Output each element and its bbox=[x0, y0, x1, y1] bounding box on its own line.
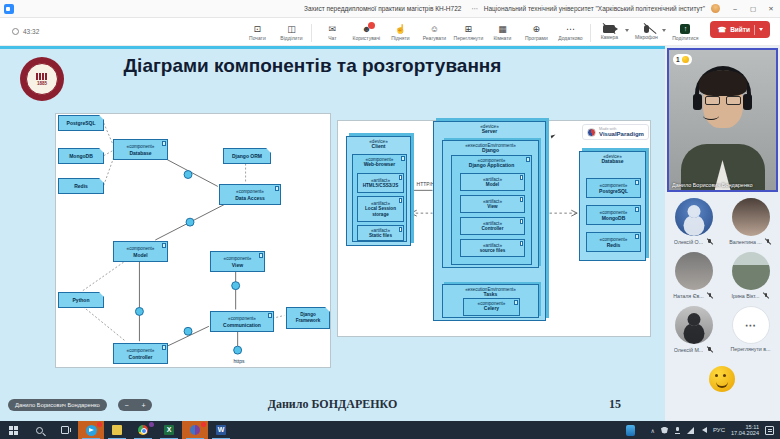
participant-tile[interactable]: Наталя Єв... bbox=[665, 250, 722, 304]
account-name: Національний технічний університет "Харк… bbox=[484, 5, 705, 12]
chat-icon: ✉ bbox=[329, 24, 337, 34]
leave-chevron-icon[interactable] bbox=[759, 28, 763, 31]
apps-plus-icon: ⊕ bbox=[533, 24, 541, 34]
mic-muted-icon bbox=[705, 346, 713, 354]
rooms-icon: ▦ bbox=[498, 24, 507, 34]
notification-dot bbox=[97, 422, 102, 427]
maximize-button[interactable]: ▢ bbox=[744, 0, 762, 17]
notification-dot bbox=[149, 422, 154, 427]
device-client: «device» Client «component» Web-browser … bbox=[346, 136, 411, 246]
close-button[interactable]: ✕ bbox=[762, 0, 780, 17]
sticky-notes-icon bbox=[112, 425, 122, 435]
taskbar-sticky-notes[interactable] bbox=[104, 421, 130, 439]
participant-avatar bbox=[732, 198, 770, 236]
mic-muted-icon bbox=[762, 292, 770, 300]
excel-icon: X bbox=[164, 425, 174, 435]
participant-tile[interactable]: Валентина ... bbox=[722, 196, 779, 250]
taskbar-word[interactable]: W bbox=[208, 421, 234, 439]
network-icon[interactable] bbox=[687, 427, 694, 434]
participants-button[interactable]: ☻ Користувачі bbox=[349, 21, 383, 41]
security-shield-icon[interactable] bbox=[661, 427, 668, 434]
artifact-icon bbox=[399, 227, 403, 232]
detach-button[interactable]: ◫ Відділити bbox=[274, 21, 308, 41]
action-center-icon[interactable] bbox=[765, 426, 774, 435]
task-view-button[interactable] bbox=[52, 421, 78, 439]
artifact-icon bbox=[399, 198, 403, 203]
clock-date: 17.04.2024 bbox=[731, 430, 759, 437]
titlebar-more-icon[interactable]: ⋯ bbox=[471, 5, 478, 13]
titlebar: Захист переддипломної практики магістрів… bbox=[0, 0, 780, 18]
account-avatar[interactable] bbox=[711, 4, 720, 13]
component-controller: «component» Controller bbox=[113, 343, 168, 364]
volume-icon[interactable] bbox=[702, 427, 707, 433]
start-button[interactable] bbox=[0, 421, 26, 439]
participant-tile[interactable]: Олексій М... bbox=[665, 304, 722, 358]
floating-reaction-emoji bbox=[709, 366, 735, 392]
tray-app-icon[interactable] bbox=[626, 425, 635, 436]
zoom-out-button[interactable]: − bbox=[124, 402, 128, 409]
word-icon: W bbox=[216, 425, 226, 435]
participant-tile[interactable]: Ірина Вікт... bbox=[722, 250, 779, 304]
view-button[interactable]: ⊞ Переглянути bbox=[451, 21, 485, 41]
presenter-name-pill: Данило Борисович Бондаренко bbox=[8, 399, 107, 411]
microphone-chevron-icon[interactable] bbox=[662, 29, 666, 32]
taskbar-notification-app[interactable] bbox=[182, 421, 208, 439]
component-icon bbox=[162, 141, 166, 146]
share-button[interactable]: ↑ Поділитися bbox=[668, 21, 702, 41]
view-more-participants[interactable]: ⋯ Переглянути в... bbox=[722, 304, 779, 358]
language-indicator[interactable]: РУС bbox=[713, 427, 725, 433]
breakout-rooms-button[interactable]: ▦ Кімнати bbox=[485, 21, 519, 41]
start-button[interactable]: ⊡ Почати bbox=[240, 21, 274, 41]
meeting-toolbar: 43:32 ⊡ Почати ◫ Відділити ✉ Чат ☻ Корис… bbox=[0, 18, 780, 46]
component-web-browser: «component» Web-browser «artifact» HTML5… bbox=[352, 154, 407, 242]
raise-hand-button[interactable]: ☝ Підняти bbox=[383, 21, 417, 41]
artifact-icon bbox=[520, 241, 524, 246]
component-model: «component» Model bbox=[113, 241, 168, 262]
react-button[interactable]: ☺ Реагувати bbox=[417, 21, 451, 41]
microphone-button[interactable]: Мікрофон bbox=[631, 21, 661, 41]
search-icon bbox=[36, 427, 43, 434]
camera-chevron-icon[interactable] bbox=[625, 29, 629, 32]
toolbar-divider bbox=[590, 24, 591, 42]
reaction-smiley-icon: ☺ bbox=[430, 24, 439, 34]
more-button[interactable]: ⋯ Додатково bbox=[553, 21, 587, 41]
leave-divider bbox=[754, 25, 755, 35]
camera-button[interactable]: Камера bbox=[594, 21, 624, 41]
university-logo: 1885 bbox=[20, 57, 64, 101]
artifact-icon bbox=[520, 197, 524, 202]
system-tray: ∧ РУС 15:11 17.04.2024 bbox=[626, 424, 780, 437]
timer-value: 43:32 bbox=[23, 28, 39, 35]
camera-muted-icon bbox=[603, 25, 615, 33]
artifact-html-css-js: «artifact» HTML5/CSS3/JS bbox=[357, 173, 404, 193]
component-data-access: «component» Data Access bbox=[219, 184, 281, 205]
leave-button[interactable]: ☎ Вийти bbox=[710, 21, 770, 38]
component-icon bbox=[275, 186, 279, 191]
note-redis: Redis bbox=[58, 178, 104, 194]
active-speaker-video[interactable]: 1 Данило Борисович Бондаренко bbox=[667, 48, 778, 192]
participant-tile[interactable]: Олексій О... bbox=[665, 196, 722, 250]
tray-microphone-icon[interactable] bbox=[674, 427, 681, 434]
component-icon bbox=[635, 207, 639, 212]
taskbar-clock[interactable]: 15:11 17.04.2024 bbox=[731, 424, 759, 437]
component-icon bbox=[635, 234, 639, 239]
taskbar-search-button[interactable] bbox=[26, 421, 52, 439]
main-area: 1885 Діаграми компонентів та розгортуван… bbox=[0, 46, 780, 421]
slide-page-number: 15 bbox=[609, 397, 621, 412]
component-icon bbox=[162, 243, 166, 248]
artifact-controller: «artifact» Controller bbox=[460, 217, 525, 235]
zoom-in-button[interactable]: + bbox=[141, 402, 145, 409]
taskbar-telegram[interactable] bbox=[78, 421, 104, 439]
chat-button[interactable]: ✉ Чат bbox=[315, 21, 349, 41]
taskbar-chrome[interactable] bbox=[130, 421, 156, 439]
artifact-model: «artifact» Model bbox=[460, 173, 525, 191]
minimize-button[interactable]: – bbox=[726, 0, 744, 17]
taskbar-excel[interactable]: X bbox=[156, 421, 182, 439]
apps-button[interactable]: ⊕ Програми bbox=[519, 21, 553, 41]
more-participants-icon[interactable]: ⋯ bbox=[732, 306, 770, 344]
execution-environment-tasks: «executionEnvironment» Tasks «component»… bbox=[442, 284, 539, 318]
slide-title: Діаграми компонентів та розгортування bbox=[120, 55, 505, 77]
tray-expand-icon[interactable]: ∧ bbox=[651, 427, 655, 434]
note-mongodb: MongoDB bbox=[58, 148, 104, 164]
mic-muted-icon bbox=[706, 292, 714, 300]
note-python: Python bbox=[58, 292, 104, 308]
